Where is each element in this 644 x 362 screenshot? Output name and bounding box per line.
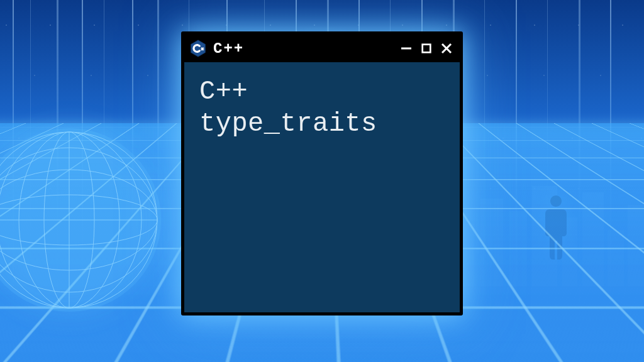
svg-rect-2 bbox=[509, 211, 527, 287]
svg-rect-6 bbox=[608, 230, 624, 287]
titlebar[interactable]: C++ bbox=[184, 35, 460, 62]
svg-rect-7 bbox=[628, 205, 644, 287]
cpp-hex-icon bbox=[189, 40, 207, 57]
content-line-1: C++ bbox=[199, 76, 445, 108]
svg-rect-20 bbox=[423, 45, 431, 53]
window-controls bbox=[399, 41, 453, 55]
wireframe-globe bbox=[0, 126, 164, 314]
svg-rect-1 bbox=[480, 199, 503, 287]
standing-person bbox=[537, 195, 575, 271]
window-title: C++ bbox=[213, 40, 244, 57]
terminal-window: C++ C++ type_traits bbox=[181, 31, 463, 315]
window-glow: C++ C++ type_traits bbox=[174, 24, 470, 323]
window-content: C++ type_traits bbox=[184, 62, 460, 312]
minimize-icon[interactable] bbox=[399, 41, 413, 55]
close-icon[interactable] bbox=[440, 41, 453, 55]
svg-rect-5 bbox=[582, 192, 604, 287]
maximize-icon[interactable] bbox=[419, 41, 433, 55]
content-line-2: type_traits bbox=[199, 108, 445, 140]
